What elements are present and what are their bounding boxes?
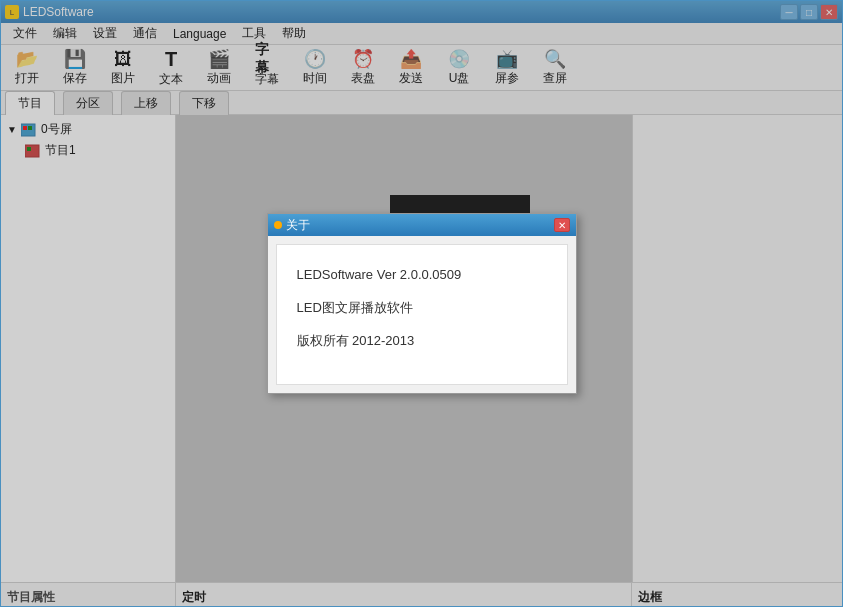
modal-title: 关于 bbox=[286, 217, 310, 234]
modal-body: LEDSoftware Ver 2.0.0.0509 LED图文屏播放软件 版权… bbox=[276, 244, 568, 384]
modal-overlay: 关于 ✕ LEDSoftware Ver 2.0.0.0509 LED图文屏播放… bbox=[1, 1, 842, 606]
about-modal: 关于 ✕ LEDSoftware Ver 2.0.0.0509 LED图文屏播放… bbox=[267, 213, 577, 393]
modal-line3: 版权所有 2012-2013 bbox=[297, 331, 547, 352]
modal-close-button[interactable]: ✕ bbox=[554, 218, 570, 232]
modal-dot-icon bbox=[274, 221, 282, 229]
modal-line2: LED图文屏播放软件 bbox=[297, 298, 547, 319]
modal-title-bar: 关于 ✕ bbox=[268, 214, 576, 236]
app-window: L LEDSoftware ─ □ ✕ 文件 编辑 设置 通信 Language… bbox=[0, 0, 843, 607]
modal-title-left: 关于 bbox=[274, 217, 310, 234]
modal-line1: LEDSoftware Ver 2.0.0.0509 bbox=[297, 265, 547, 286]
